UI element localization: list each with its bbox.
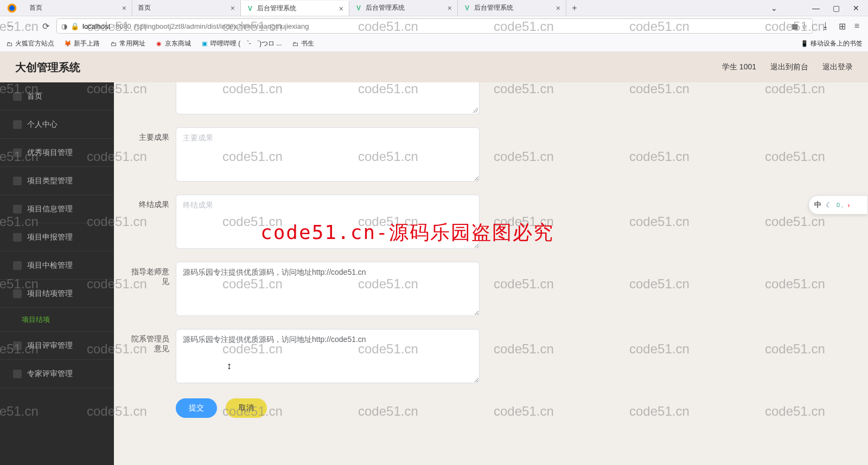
submit-button[interactable]: 提交 [176, 398, 217, 418]
sidebar-item-type[interactable]: 项目类型管理 [0, 167, 114, 195]
moon-icon: ☾ [826, 201, 832, 209]
reload-button[interactable]: ⟳ [39, 20, 52, 33]
close-window-icon[interactable]: ✕ [853, 4, 859, 12]
folder-icon: 🗀 [110, 40, 117, 48]
browser-tab-2[interactable]: V后台管理系统× [241, 1, 349, 16]
qr-icon[interactable]: ▦ [792, 22, 798, 30]
bookmark-item[interactable]: ◉京东商城 [155, 39, 191, 48]
sidebar-item-close-sub[interactable]: 项目结项 [0, 308, 114, 332]
app-header: 大创管理系统 学生 1001 退出到前台 退出登录 [0, 52, 868, 82]
bookmark-mobile[interactable]: 📱移动设备上的书签 [801, 39, 863, 48]
close-icon[interactable]: × [556, 4, 560, 12]
forward-button[interactable]: → [22, 20, 35, 33]
ime-num: 0 , [837, 202, 843, 208]
check-icon [13, 261, 22, 270]
info-icon [13, 205, 22, 214]
firefox-icon [4, 3, 20, 14]
new-tab-button[interactable]: + [566, 3, 583, 13]
sidebar: 首页 个人中心 优秀项目管理 项目类型管理 项目信息管理 项目申报管理 项目中检… [0, 82, 114, 465]
jd-icon: ◉ [155, 40, 163, 48]
close-icon[interactable]: × [231, 4, 235, 12]
resize-handle-icon[interactable] [473, 107, 478, 113]
advisor-opinion-textarea[interactable] [176, 262, 480, 316]
tab-title: 后台管理系统 [474, 3, 513, 12]
url-input[interactable]: ◑ 🔒 localhost:8080/springbootj2zt8/admin… [56, 18, 813, 34]
sidebar-item-profile[interactable]: 个人中心 [0, 111, 114, 139]
close-icon[interactable]: × [448, 4, 452, 12]
bilibili-icon: ▣ [201, 40, 208, 48]
tab-title: 后台管理系统 [366, 3, 405, 12]
browser-tab-0[interactable]: 首页× [24, 1, 132, 16]
tab-title: 首页 [29, 3, 42, 12]
bookmark-item[interactable]: 🦊新手上路 [64, 39, 100, 48]
star-icon [13, 148, 22, 157]
mobile-icon: 📱 [801, 40, 808, 48]
field-label-dept: 院系管理员意见 [130, 329, 169, 354]
review-icon [13, 341, 22, 350]
sidebar-item-home[interactable]: 首页 [0, 82, 114, 111]
folder-icon: 🗀 [5, 40, 13, 48]
vue-icon: V [355, 4, 362, 12]
download-icon[interactable]: ⭳ [821, 21, 830, 31]
bookmark-item[interactable]: ▣哔哩哔哩 ( ゜- ゜)つロ ... [201, 39, 282, 48]
home-icon [13, 92, 22, 101]
logout-link[interactable]: 退出登录 [822, 62, 853, 72]
sidebar-item-close[interactable]: 项目结项管理 [0, 280, 114, 308]
sidebar-item-apply[interactable]: 项目申报管理 [0, 223, 114, 251]
close-icon[interactable]: × [122, 4, 126, 12]
field-label-final-result: 终结成果 [130, 195, 169, 210]
close-icon[interactable]: × [339, 4, 343, 13]
prev-field-stub[interactable] [176, 82, 480, 114]
browser-tab-4[interactable]: V后台管理系统× [458, 1, 566, 16]
final-result-textarea[interactable] [176, 195, 480, 249]
ime-lang: 中 [814, 200, 821, 210]
ime-float-widget[interactable]: 中 ☾ 0 , › [808, 195, 868, 215]
menu-icon[interactable]: ≡ [854, 21, 859, 31]
star-icon[interactable]: ☆ [801, 22, 808, 30]
sidebar-item-expert[interactable]: 专家评审管理 [0, 360, 114, 388]
sidebar-item-info[interactable]: 项目信息管理 [0, 195, 114, 223]
main-result-textarea[interactable] [176, 127, 480, 182]
goto-frontend-link[interactable]: 退出到前台 [770, 62, 808, 72]
firefox-icon: 🦊 [64, 40, 72, 48]
tab-title: 后台管理系统 [257, 4, 296, 13]
vue-icon: V [463, 4, 471, 12]
chevron-down-icon[interactable]: ⌄ [771, 4, 777, 12]
bookmarks-bar: 🗀火狐官方站点 🦊新手上路 🗀常用网址 ◉京东商城 ▣哔哩哔哩 ( ゜- ゜)つ… [0, 36, 868, 52]
tab-title: 首页 [138, 3, 151, 12]
cursor-resize-icon: ↕ [227, 360, 232, 372]
shield-icon: ◑ [61, 22, 67, 30]
doc-icon [13, 233, 22, 242]
field-label-advisor: 指导老师意见 [130, 262, 169, 287]
lock-icon: 🔒 [71, 22, 79, 30]
cancel-button[interactable]: 取消 [226, 398, 267, 418]
browser-tab-3[interactable]: V后台管理系统× [349, 1, 458, 16]
folder-icon: 🗀 [291, 40, 299, 48]
address-bar: ← → ⟳ ◑ 🔒 localhost:8080/springbootj2zt8… [0, 16, 868, 36]
flag-icon [13, 177, 22, 185]
bookmark-item[interactable]: 🗀火狐官方站点 [5, 39, 54, 48]
dept-opinion-textarea[interactable] [176, 329, 480, 383]
browser-titlebar: 首页× 首页× V后台管理系统× V后台管理系统× V后台管理系统× + ⌄ ―… [0, 0, 868, 16]
sidebar-item-review[interactable]: 项目评审管理 [0, 332, 114, 360]
expert-icon [13, 370, 22, 378]
user-icon [13, 120, 22, 129]
url-port: :8080 [113, 22, 131, 30]
url-path: /springbootj2zt8/admin/dist/index.html#/… [135, 22, 309, 30]
form-content: 主要成果 终结成果 指导老师意见 院系管理员意见 提交 取消 [114, 82, 868, 465]
field-label-main-result: 主要成果 [130, 127, 169, 143]
bookmark-item[interactable]: 🗀常用网址 [110, 39, 145, 48]
svg-point-1 [9, 5, 15, 11]
chevron-right-icon: › [847, 201, 850, 209]
user-label[interactable]: 学生 1001 [722, 62, 756, 72]
browser-tab-1[interactable]: 首页× [132, 1, 241, 16]
minimize-icon[interactable]: ― [812, 4, 820, 12]
extensions-icon[interactable]: ⊞ [839, 21, 846, 31]
sidebar-item-midcheck[interactable]: 项目中检管理 [0, 251, 114, 280]
back-button[interactable]: ← [4, 20, 17, 33]
url-host: localhost [82, 22, 110, 30]
sidebar-item-excellent[interactable]: 优秀项目管理 [0, 139, 114, 167]
maximize-icon[interactable]: ▢ [833, 4, 840, 12]
bookmark-item[interactable]: 🗀书生 [291, 39, 314, 48]
end-icon [13, 289, 22, 298]
